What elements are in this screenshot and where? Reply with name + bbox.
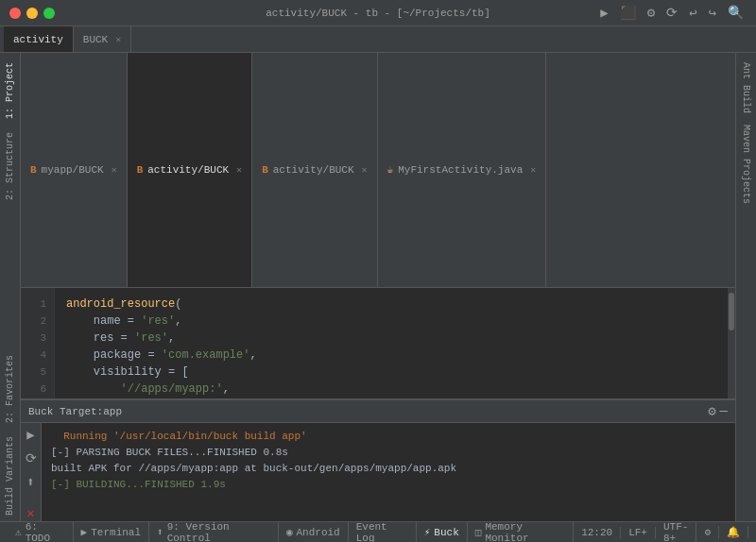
version-control-label: 9: Version Control (167, 521, 270, 543)
tab-activity[interactable]: activity (4, 26, 74, 52)
redo-icon[interactable]: ↪ (706, 3, 719, 23)
scroll-thumb (729, 293, 734, 330)
status-event-log[interactable]: Event Log (349, 522, 417, 542)
bottom-panel-title: Buck Target:app (28, 406, 122, 417)
tab-buck-top[interactable]: BUCK ✕ (74, 26, 131, 52)
memory-icon: ◫ (475, 526, 482, 538)
editor-tab-myapp-buck-close[interactable]: ✕ (112, 164, 117, 176)
status-buck[interactable]: ⚡ Buck (417, 522, 468, 542)
status-terminal[interactable]: ▶ Terminal (74, 522, 149, 542)
bottom-panel: Buck Target:app ⚙ — ▶ ⟳ ⬆ ✕ (21, 398, 735, 521)
line-numbers: 12345 678910 11121314 (21, 288, 55, 399)
sidebar-item-favorites[interactable]: 2: Favorites (3, 349, 17, 429)
sync-icon[interactable]: ⟳ (663, 3, 680, 23)
todo-icon: ⚠ (15, 526, 22, 538)
editor-tab-myapp-buck-label: myapp/BUCK (42, 164, 104, 176)
window-chrome: activity/BUCK - tb - [~/Projects/tb] ▶ ⬛… (0, 0, 756, 26)
editor-tab-myfirstactivity-close[interactable]: ✕ (530, 164, 536, 176)
sidebar-item-build-variants[interactable]: Build Variants (3, 431, 17, 521)
terminal-label: Terminal (91, 527, 141, 538)
code-line-2: name = 'res', (66, 313, 716, 330)
editor-tab-myfirstactivity-label: MyFirstActivity.java (398, 164, 523, 176)
panel-minimize-icon[interactable]: — (720, 403, 728, 419)
code-content[interactable]: android_resource( name = 'res', res = 'r… (55, 288, 728, 399)
status-notifications[interactable]: 🔔 (719, 526, 748, 538)
editor-tab-activity-buck[interactable]: B activity/BUCK ✕ (128, 53, 252, 287)
status-settings[interactable]: ⚙ (696, 526, 719, 538)
bottom-left-icons: ▶ ⟳ ⬆ ✕ (21, 423, 42, 521)
sidebar-item-maven[interactable]: Maven Projects (739, 119, 753, 210)
panel-up-icon[interactable]: ⬆ (26, 474, 34, 490)
buck-icon-1: B (30, 164, 37, 176)
android-label: Android (297, 527, 340, 538)
status-bar: ⚠ 6: TODO ▶ Terminal ⬆ 9: Version Contro… (0, 521, 756, 542)
editor-tab-myfirstactivity[interactable]: ☕ MyFirstActivity.java ✕ (378, 53, 547, 287)
scroll-indicator[interactable] (728, 288, 735, 399)
terminal-line-1: Running '/usr/local/bin/buck build app' (51, 429, 726, 445)
close-button[interactable] (9, 8, 21, 19)
sidebar-item-project[interactable]: 1: Project (3, 57, 17, 125)
search-icon[interactable]: 🔍 (725, 3, 747, 23)
terminal-line-2: [-] PARSING BUCK FILES...FINISHED 0.8s (51, 445, 726, 461)
editor-tab-myapp-buck[interactable]: B myapp/BUCK ✕ (21, 53, 128, 287)
notifications-icon: 🔔 (727, 526, 740, 538)
editor-tab-activity-buck2[interactable]: B activity/BUCK ✕ (252, 53, 377, 287)
java-icon: ☕ (387, 163, 394, 176)
bottom-content: ▶ ⟳ ⬆ ✕ Running '/usr/local/bin/buck bui… (21, 423, 735, 521)
status-todo[interactable]: ⚠ 6: TODO (8, 522, 74, 542)
buck-status-label: Buck (434, 527, 458, 538)
settings-icon[interactable]: ⚙ (644, 3, 658, 23)
todo-label: 6: TODO (26, 521, 65, 543)
terminal-line-4: [-] BUILDING...FINISHED 1.9s (51, 477, 726, 493)
tab-buck-top-close[interactable]: ✕ (115, 34, 121, 45)
top-tab-bar: activity BUCK ✕ (0, 26, 756, 53)
status-memory-monitor[interactable]: ◫ Memory Monitor (468, 522, 574, 542)
buck-icon-3: B (262, 164, 268, 176)
code-line-6: '//apps/myapp:', (66, 381, 716, 398)
status-android[interactable]: ◉ Android (279, 522, 349, 542)
panel-stop-icon[interactable]: ✕ (26, 505, 34, 521)
undo-icon[interactable]: ↩ (686, 3, 699, 23)
editor-tab-activity-buck-label: activity/BUCK (147, 164, 229, 176)
window-toolbar: ▶ ⬛ ⚙ ⟳ ↩ ↪ 🔍 (597, 3, 747, 23)
tab-activity-label: activity (13, 34, 63, 45)
run-icon[interactable]: ▶ (597, 3, 610, 23)
code-editor[interactable]: 12345 678910 11121314 android_resource( … (21, 288, 735, 399)
buck-status-icon: ⚡ (424, 526, 431, 538)
version-control-icon: ⬆ (157, 526, 163, 538)
editor-tab-activity-buck2-label: activity/BUCK (273, 164, 354, 176)
terminal-output: Running '/usr/local/bin/buck build app' … (42, 423, 735, 521)
editor-tab-activity-buck-close[interactable]: ✕ (236, 164, 242, 176)
settings-icon: ⚙ (704, 526, 711, 538)
bottom-panel-header: Buck Target:app ⚙ — (21, 400, 735, 423)
window-title: activity/BUCK - tb - [~/Projects/tb] (266, 8, 490, 19)
status-line-sep[interactable]: LF+ (621, 527, 656, 538)
tab-buck-top-label: BUCK (83, 34, 108, 45)
android-icon: ◉ (286, 526, 293, 538)
memory-label: Memory Monitor (485, 521, 565, 543)
event-log-label: Event Log (356, 521, 408, 543)
maximize-button[interactable] (43, 8, 55, 19)
panel-run-icon[interactable]: ▶ (26, 427, 34, 443)
code-line-5: visibility = [ (66, 364, 716, 381)
time-label: 12:20 (581, 527, 612, 538)
status-right: 12:20 LF+ UTF-8+ ⚙ 🔔 (574, 521, 748, 543)
right-sidebar: Ant Build Maven Projects (735, 53, 756, 521)
stop-icon[interactable]: ⬛ (617, 3, 639, 23)
status-encoding[interactable]: UTF-8+ (656, 521, 696, 543)
minimize-button[interactable] (26, 8, 38, 19)
editor-tab-activity-buck2-close[interactable]: ✕ (362, 164, 368, 176)
window-buttons (9, 8, 55, 19)
status-version-control[interactable]: ⬆ 9: Version Control (149, 522, 279, 542)
line-sep-label: LF+ (628, 527, 647, 538)
terminal-icon: ▶ (81, 526, 88, 538)
encoding-label: UTF-8+ (663, 521, 688, 543)
sidebar-item-structure[interactable]: 2: Structure (3, 127, 17, 206)
panel-reload-icon[interactable]: ⟳ (26, 450, 37, 466)
bottom-panel-icons: ⚙ — (708, 403, 728, 419)
panel-settings-icon[interactable]: ⚙ (708, 403, 715, 419)
editor-tab-bar: B myapp/BUCK ✕ B activity/BUCK ✕ B activ… (21, 53, 735, 288)
code-line-1: android_resource( (66, 296, 716, 313)
sidebar-item-ant-build[interactable]: Ant Build (739, 57, 753, 119)
terminal-line-3: built APK for //apps/myapp:app at buck-o… (51, 461, 726, 477)
